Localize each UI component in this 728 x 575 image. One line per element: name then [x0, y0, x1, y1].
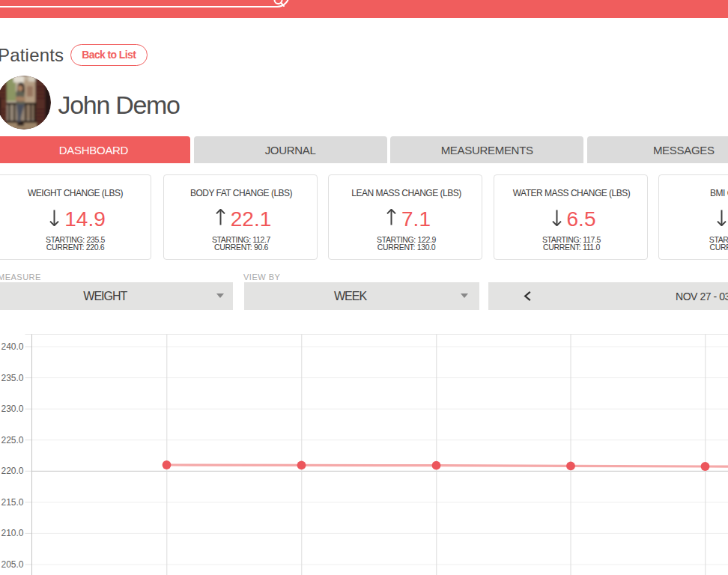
svg-text:205.0: 205.0 — [1, 559, 23, 570]
svg-text:225.0: 225.0 — [1, 435, 23, 445]
svg-text:230.0: 230.0 — [1, 404, 23, 414]
svg-text:215.0: 215.0 — [1, 497, 23, 508]
svg-text:220.0: 220.0 — [1, 466, 23, 476]
svg-text:235.0: 235.0 — [1, 373, 23, 383]
svg-text:210.0: 210.0 — [1, 528, 23, 538]
svg-text:240.0: 240.0 — [1, 341, 23, 352]
